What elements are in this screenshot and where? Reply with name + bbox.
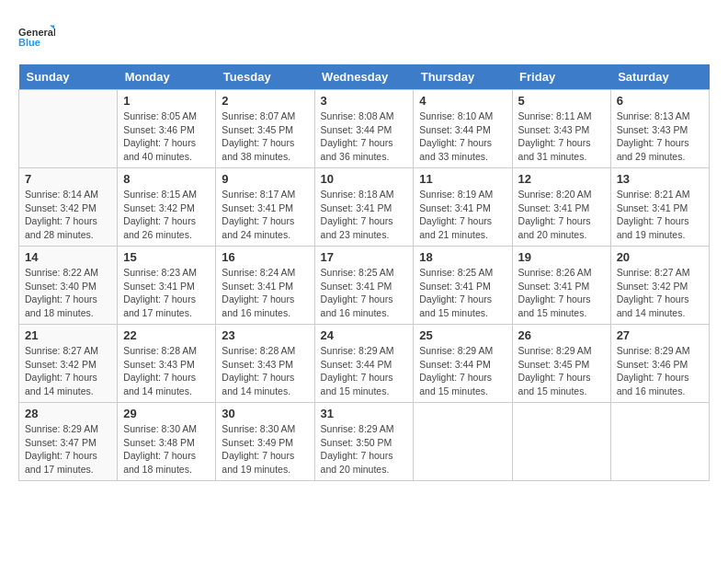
week-row-4: 21Sunrise: 8:27 AMSunset: 3:42 PMDayligh… — [19, 325, 710, 403]
day-number: 15 — [123, 250, 210, 264]
header-monday: Monday — [118, 64, 216, 90]
day-number: 7 — [25, 172, 111, 186]
day-number: 24 — [321, 328, 408, 342]
day-info: Sunrise: 8:30 AMSunset: 3:49 PMDaylight:… — [222, 422, 308, 477]
calendar-cell — [512, 403, 610, 481]
calendar-cell: 24Sunrise: 8:29 AMSunset: 3:44 PMDayligh… — [314, 325, 414, 403]
header-row: SundayMondayTuesdayWednesdayThursdayFrid… — [19, 64, 710, 90]
day-info: Sunrise: 8:21 AMSunset: 3:41 PMDaylight:… — [617, 188, 703, 242]
day-number: 28 — [25, 407, 111, 420]
calendar-cell: 14Sunrise: 8:22 AMSunset: 3:40 PMDayligh… — [19, 247, 118, 325]
day-number: 30 — [222, 407, 308, 420]
day-number: 27 — [617, 328, 703, 342]
calendar-cell: 29Sunrise: 8:30 AMSunset: 3:48 PMDayligh… — [118, 403, 216, 481]
day-info: Sunrise: 8:24 AMSunset: 3:41 PMDaylight:… — [222, 266, 308, 320]
day-number: 23 — [222, 328, 308, 342]
day-info: Sunrise: 8:05 AMSunset: 3:46 PMDaylight:… — [123, 109, 210, 164]
header-wednesday: Wednesday — [314, 64, 414, 90]
day-number: 20 — [617, 250, 703, 264]
day-info: Sunrise: 8:13 AMSunset: 3:43 PMDaylight:… — [617, 109, 703, 164]
day-info: Sunrise: 8:10 AMSunset: 3:44 PMDaylight:… — [419, 109, 506, 164]
day-number: 6 — [617, 94, 703, 108]
day-number: 2 — [222, 94, 308, 108]
day-info: Sunrise: 8:26 AMSunset: 3:41 PMDaylight:… — [518, 266, 605, 320]
calendar-table: SundayMondayTuesdayWednesdayThursdayFrid… — [18, 64, 710, 481]
svg-text:Blue: Blue — [18, 37, 40, 48]
day-number: 22 — [123, 328, 210, 342]
day-info: Sunrise: 8:08 AMSunset: 3:44 PMDaylight:… — [321, 109, 408, 164]
header-friday: Friday — [512, 64, 610, 90]
day-info: Sunrise: 8:25 AMSunset: 3:41 PMDaylight:… — [419, 266, 506, 320]
calendar-cell: 15Sunrise: 8:23 AMSunset: 3:41 PMDayligh… — [118, 247, 216, 325]
day-info: Sunrise: 8:28 AMSunset: 3:43 PMDaylight:… — [222, 344, 308, 398]
day-info: Sunrise: 8:27 AMSunset: 3:42 PMDaylight:… — [25, 344, 111, 398]
calendar-cell: 26Sunrise: 8:29 AMSunset: 3:45 PMDayligh… — [512, 325, 610, 403]
calendar-cell: 17Sunrise: 8:25 AMSunset: 3:41 PMDayligh… — [314, 247, 414, 325]
calendar-cell: 9Sunrise: 8:17 AMSunset: 3:41 PMDaylight… — [216, 168, 314, 247]
day-number: 29 — [123, 407, 210, 420]
calendar-cell — [19, 90, 118, 168]
day-number: 3 — [321, 94, 408, 108]
day-number: 13 — [617, 172, 703, 186]
day-number: 8 — [123, 172, 210, 186]
calendar-cell: 19Sunrise: 8:26 AMSunset: 3:41 PMDayligh… — [512, 247, 610, 325]
header-saturday: Saturday — [610, 64, 709, 90]
week-row-3: 14Sunrise: 8:22 AMSunset: 3:40 PMDayligh… — [19, 247, 710, 325]
day-info: Sunrise: 8:29 AMSunset: 3:46 PMDaylight:… — [617, 344, 703, 398]
calendar-cell: 11Sunrise: 8:19 AMSunset: 3:41 PMDayligh… — [414, 168, 512, 247]
day-number: 14 — [25, 250, 111, 264]
calendar-cell: 18Sunrise: 8:25 AMSunset: 3:41 PMDayligh… — [414, 247, 512, 325]
day-number: 1 — [123, 94, 210, 108]
day-info: Sunrise: 8:07 AMSunset: 3:45 PMDaylight:… — [222, 109, 308, 164]
calendar-cell: 2Sunrise: 8:07 AMSunset: 3:45 PMDaylight… — [216, 90, 314, 168]
day-info: Sunrise: 8:29 AMSunset: 3:44 PMDaylight:… — [321, 344, 408, 398]
calendar-cell: 30Sunrise: 8:30 AMSunset: 3:49 PMDayligh… — [216, 403, 314, 481]
day-number: 19 — [518, 250, 605, 264]
day-info: Sunrise: 8:23 AMSunset: 3:41 PMDaylight:… — [123, 266, 210, 320]
header-tuesday: Tuesday — [216, 64, 314, 90]
calendar-cell: 16Sunrise: 8:24 AMSunset: 3:41 PMDayligh… — [216, 247, 314, 325]
day-number: 5 — [518, 94, 605, 108]
calendar-cell: 12Sunrise: 8:20 AMSunset: 3:41 PMDayligh… — [512, 168, 610, 247]
day-info: Sunrise: 8:29 AMSunset: 3:47 PMDaylight:… — [25, 422, 111, 477]
day-info: Sunrise: 8:25 AMSunset: 3:41 PMDaylight:… — [321, 266, 408, 320]
day-number: 26 — [518, 328, 605, 342]
day-number: 17 — [321, 250, 408, 264]
calendar-cell: 22Sunrise: 8:28 AMSunset: 3:43 PMDayligh… — [118, 325, 216, 403]
day-info: Sunrise: 8:27 AMSunset: 3:42 PMDaylight:… — [617, 266, 703, 320]
calendar-cell: 8Sunrise: 8:15 AMSunset: 3:42 PMDaylight… — [118, 168, 216, 247]
day-info: Sunrise: 8:29 AMSunset: 3:44 PMDaylight:… — [419, 344, 506, 398]
day-info: Sunrise: 8:11 AMSunset: 3:43 PMDaylight:… — [518, 109, 605, 164]
calendar-cell: 23Sunrise: 8:28 AMSunset: 3:43 PMDayligh… — [216, 325, 314, 403]
day-number: 10 — [321, 172, 408, 186]
day-info: Sunrise: 8:29 AMSunset: 3:45 PMDaylight:… — [518, 344, 605, 398]
calendar-cell: 28Sunrise: 8:29 AMSunset: 3:47 PMDayligh… — [19, 403, 118, 481]
svg-text:General: General — [18, 27, 55, 38]
week-row-2: 7Sunrise: 8:14 AMSunset: 3:42 PMDaylight… — [19, 168, 710, 247]
day-number: 9 — [222, 172, 308, 186]
day-info: Sunrise: 8:14 AMSunset: 3:42 PMDaylight:… — [25, 188, 111, 242]
day-number: 18 — [419, 250, 506, 264]
day-info: Sunrise: 8:20 AMSunset: 3:41 PMDaylight:… — [518, 188, 605, 242]
calendar-cell: 5Sunrise: 8:11 AMSunset: 3:43 PMDaylight… — [512, 90, 610, 168]
calendar-cell: 3Sunrise: 8:08 AMSunset: 3:44 PMDaylight… — [314, 90, 414, 168]
calendar-cell: 27Sunrise: 8:29 AMSunset: 3:46 PMDayligh… — [610, 325, 709, 403]
calendar-cell: 6Sunrise: 8:13 AMSunset: 3:43 PMDaylight… — [610, 90, 709, 168]
calendar-cell: 13Sunrise: 8:21 AMSunset: 3:41 PMDayligh… — [610, 168, 709, 247]
day-number: 25 — [419, 328, 506, 342]
calendar-cell: 25Sunrise: 8:29 AMSunset: 3:44 PMDayligh… — [414, 325, 512, 403]
calendar-cell — [414, 403, 512, 481]
day-info: Sunrise: 8:18 AMSunset: 3:41 PMDaylight:… — [321, 188, 408, 242]
calendar-cell: 10Sunrise: 8:18 AMSunset: 3:41 PMDayligh… — [314, 168, 414, 247]
week-row-1: 1Sunrise: 8:05 AMSunset: 3:46 PMDaylight… — [19, 90, 710, 168]
calendar-cell: 4Sunrise: 8:10 AMSunset: 3:44 PMDaylight… — [414, 90, 512, 168]
calendar-cell: 20Sunrise: 8:27 AMSunset: 3:42 PMDayligh… — [610, 247, 709, 325]
day-info: Sunrise: 8:30 AMSunset: 3:48 PMDaylight:… — [123, 422, 210, 477]
calendar-cell: 21Sunrise: 8:27 AMSunset: 3:42 PMDayligh… — [19, 325, 118, 403]
page-header: General Blue — [18, 18, 710, 55]
day-info: Sunrise: 8:15 AMSunset: 3:42 PMDaylight:… — [123, 188, 210, 242]
day-info: Sunrise: 8:28 AMSunset: 3:43 PMDaylight:… — [123, 344, 210, 398]
logo-svg: General Blue — [18, 18, 55, 55]
day-info: Sunrise: 8:22 AMSunset: 3:40 PMDaylight:… — [25, 266, 111, 320]
day-number: 31 — [321, 407, 408, 420]
